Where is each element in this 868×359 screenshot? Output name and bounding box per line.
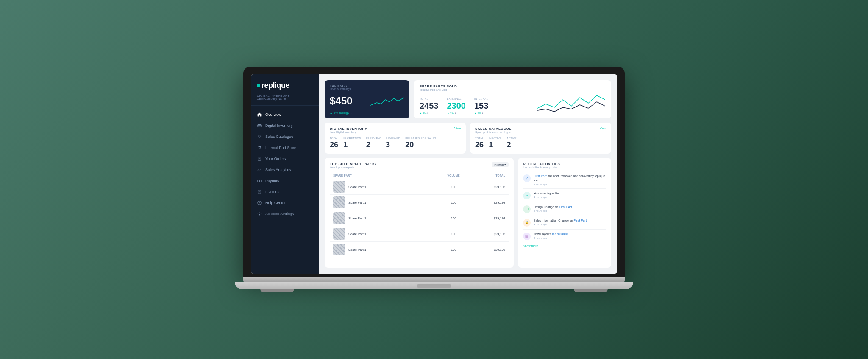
sidebar-item-sales-analytics[interactable]: Sales Analytics [251, 164, 319, 175]
svg-rect-6 [258, 180, 261, 182]
spare-parts-card: SPARE PARTS SOLD Total Spare Parts Sold … [414, 80, 611, 118]
col-total: Total [471, 174, 505, 177]
svg-point-1 [259, 136, 259, 136]
sidebar-item-your-orders[interactable]: Your Orders [251, 153, 319, 164]
activity-text: You have logged in [534, 192, 559, 195]
external-info: ℹ [455, 112, 456, 115]
top-sold-title: TOP SOLD SPARE PARTS [330, 162, 376, 166]
activity-link[interactable]: #RPA88888 [552, 233, 568, 236]
sidebar-item-label-digital-inventory: Digital Inventory [265, 123, 293, 128]
svg-point-11 [259, 213, 260, 214]
earnings-change: ▲ 2% earnings ℹ [330, 111, 404, 114]
sidebar-item-payouts[interactable]: Payouts [251, 175, 319, 186]
trackpad [417, 284, 451, 288]
earnings-amount: $450 [330, 95, 352, 107]
sidebar-item-sales-catalogue[interactable]: Sales Catalogue [251, 131, 319, 142]
total-change: ▲ 3% ℹ [420, 112, 439, 115]
stat-internal: INTERNAL 153 ▲ 2% ℹ [474, 98, 488, 115]
activity-content: Design Change on First Part 4 hours ago [534, 205, 606, 213]
part-name: Spare Part 1 [348, 185, 366, 189]
inv-stat-in-creation-value: 1 [343, 140, 361, 149]
inv-stat-released-value: 20 [405, 140, 436, 149]
earnings-change-icon: ▲ [330, 111, 332, 114]
activity-text-content: Sales Informatiom Change on First Part [534, 219, 606, 223]
sidebar-nav: Overview Digital Inventory [251, 107, 319, 274]
inv-stat-in-review: IN REVIEW 2 [366, 137, 381, 149]
sidebar-item-label-your-orders: Your Orders [265, 157, 286, 161]
inv-stat-reviewed-label: REVIEWED [386, 137, 400, 140]
sidebar-divider [251, 105, 319, 106]
activity-icon: ✓ [523, 174, 531, 182]
sidebar: replique DIGITAL INVENTORY OEM Company N… [251, 74, 319, 274]
part-name: Spare Part 1 [348, 248, 366, 252]
laptop-screen: replique DIGITAL INVENTORY OEM Company N… [251, 74, 617, 274]
sidebar-item-label-payouts: Payouts [265, 179, 279, 183]
internal-info: ℹ [482, 112, 483, 115]
sidebar-item-internal-part-store[interactable]: Internal Part Store [251, 142, 319, 153]
sidebar-item-digital-inventory[interactable]: Digital Inventory [251, 120, 319, 131]
part-volume: 100 [437, 201, 471, 205]
activity-time: 4 hours ago [534, 196, 606, 199]
sidebar-item-help-center[interactable]: Help Center [251, 197, 319, 208]
sidebar-item-account-settings[interactable]: Account Settings [251, 208, 319, 219]
tag-icon [257, 134, 262, 139]
activity-link[interactable]: First Part [574, 219, 587, 222]
earnings-chart [370, 93, 404, 108]
activity-icon: ▤ [523, 233, 531, 240]
sidebar-item-overview[interactable]: Overview [251, 109, 319, 120]
activity-time: 4 hours ago [534, 223, 606, 226]
digital-inventory-title: DIGITAL INVENTORY [330, 127, 367, 131]
col-spare-part: Spare Part [333, 174, 437, 177]
svg-point-5 [257, 171, 258, 171]
sc-stat-total-value: 26 [475, 140, 484, 149]
table-row: Spare Part 1 100 $29,192 [330, 241, 509, 257]
table-row: Spare Part 1 100 $29,192 [330, 226, 509, 241]
logo-text: replique [262, 81, 289, 90]
part-thumbnail [333, 181, 345, 193]
activity-content: Sales Informatiom Change on First Part 4… [534, 219, 606, 227]
activity-time: 4 hours ago [534, 237, 606, 239]
part-thumbnail [333, 228, 345, 240]
activity-link[interactable]: First Part [534, 174, 547, 177]
laptop-hinge [243, 277, 625, 282]
top-sold-card: TOP SOLD SPARE PARTS Your top spare part… [325, 158, 514, 268]
sc-stat-active-value: 2 [506, 140, 516, 149]
help-icon [257, 200, 262, 205]
internal-value: 153 [474, 101, 488, 111]
recent-activities-title: RECENT ACTIVITIES [523, 162, 606, 166]
show-more-button[interactable]: Show more [523, 244, 606, 247]
inv-stat-in-creation: IN CREATION 1 [343, 137, 361, 149]
earnings-sublabel: Level of earnings [330, 87, 404, 90]
table-row: Spare Part 1 100 $29,192 [330, 210, 509, 226]
top-sold-filter[interactable]: Internal ▾ [492, 162, 509, 167]
sales-catalogue-title: SALES CATALOGUE [475, 127, 512, 131]
logo-icon [257, 84, 260, 87]
activity-text-content: You have logged in [534, 191, 606, 196]
recent-activities-subtitle: Last activities in your profile [523, 166, 606, 169]
sidebar-item-invoices[interactable]: Invoices [251, 186, 319, 197]
payout-icon [257, 178, 262, 183]
spare-parts-title: SPARE PARTS SOLD [420, 84, 457, 88]
inv-stat-total: TOTAL 26 [330, 137, 338, 149]
sidebar-item-label-help-center: Help Center [265, 201, 286, 205]
svg-point-3 [260, 149, 261, 149]
internal-label: INTERNAL [474, 98, 488, 100]
activity-time: 4 hours ago [534, 210, 606, 212]
sales-catalogue-view[interactable]: View [600, 127, 606, 130]
sidebar-item-label-sales-catalogue: Sales Catalogue [265, 135, 293, 139]
activity-list: ✓ First Part has been reviewed and aprov… [523, 171, 606, 243]
middle-row: DIGITAL INVENTORY Your Digital Inventory… [325, 123, 611, 154]
internal-change: ▲ 2% ℹ [474, 112, 488, 115]
digital-inventory-view[interactable]: View [454, 127, 461, 130]
inv-stat-released-label: RELEASED FOR SALES [405, 137, 436, 140]
inv-stat-reviewed-value: 3 [386, 140, 400, 149]
sidebar-section-label: DIGITAL INVENTORY [251, 94, 319, 97]
stat-total: TOTAL 2453 ▲ 3% ℹ [420, 98, 439, 115]
part-volume: 100 [437, 216, 471, 220]
sidebar-company: OEM Company Name [251, 97, 319, 104]
activity-content: New Payouts #RPA88888 4 hours ago [534, 232, 606, 240]
activity-item: → You have logged in 4 hours ago [523, 189, 606, 202]
activity-link[interactable]: First Part [559, 205, 572, 208]
external-change: ▲ 2% ℹ [447, 112, 466, 115]
part-name: Spare Part 1 [348, 216, 366, 220]
